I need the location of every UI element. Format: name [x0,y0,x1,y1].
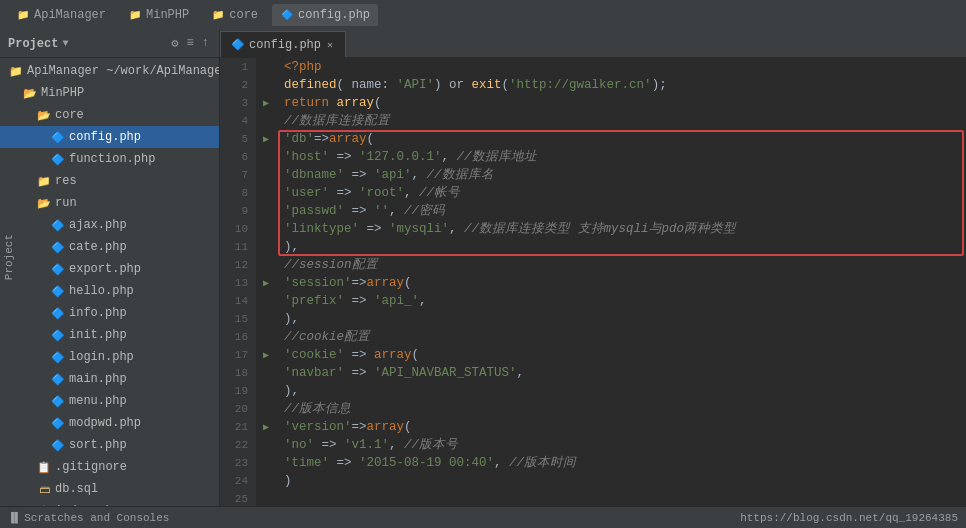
gutter-line-5: ▶ [256,130,276,148]
chevron-down-icon[interactable]: ▼ [62,38,68,49]
editor-tab-config[interactable]: 🔷 config.php ✕ [220,31,346,57]
tree-item-apimanager-root[interactable]: 📁ApiManager ~/work/ApiManager [0,60,219,82]
project-side-label[interactable]: Project [0,230,18,284]
tree-item-sort-php[interactable]: 🔷sort.php [0,434,219,456]
tree-item-modpwd-php[interactable]: 🔷modpwd.php [0,412,219,434]
tree-item-config-php[interactable]: 🔷config.php [0,126,219,148]
php-file-icon: 🔷 [50,371,66,387]
code-line-23: 'time' => '2015-08-19 00:40', //版本时间 [284,454,958,472]
tree-item-gitignore[interactable]: 📋.gitignore [0,456,219,478]
tab-core[interactable]: 📁 core [203,4,266,26]
tree-item-function-php[interactable]: 🔷function.php [0,148,219,170]
tree-item-init-php[interactable]: 🔷init.php [0,324,219,346]
up-icon[interactable]: ↑ [200,36,211,51]
gutter-line-21: ▶ [256,418,276,436]
line-number-13: 13 [220,274,256,292]
tree-item-main-php[interactable]: 🔷main.php [0,368,219,390]
bar-chart-icon: ▐▌ [8,512,21,524]
gutter-line-9 [256,202,276,220]
php-file-icon: 🔷 [50,305,66,321]
project-title: Project ▼ [8,37,68,51]
line-number-17: 17 [220,346,256,364]
code-line-10: 'linktype' => 'mysqli', //数据库连接类型 支持mysq… [284,220,958,238]
gutter-line-4 [256,112,276,130]
tree-item-res[interactable]: 📁res [0,170,219,192]
gutter-line-22 [256,436,276,454]
tab-config[interactable]: 🔷 config.php [272,4,378,26]
gutter-line-11 [256,238,276,256]
gear-icon[interactable]: ⚙ [169,36,180,51]
code-line-20: //版本信息 [284,400,958,418]
code-line-8: 'user' => 'root', //帐号 [284,184,958,202]
code-line-1: <?php [284,58,958,76]
code-line-4: //数据库连接配置 [284,112,958,130]
line-number-25: 25 [220,490,256,506]
gutter-line-20 [256,400,276,418]
project-title-text: Project [8,37,58,51]
php-file-icon: 🔷 [50,151,66,167]
gutter-line-6 [256,148,276,166]
tree-item-ajax-php[interactable]: 🔷ajax.php [0,214,219,236]
fold-arrow-icon[interactable]: ▶ [263,421,269,433]
fold-arrow-icon[interactable]: ▶ [263,133,269,145]
line-number-24: 24 [220,472,256,490]
gutter-line-7 [256,166,276,184]
tree-item-core[interactable]: 📂core [0,104,219,126]
scratches-label: Scratches and Consoles [24,512,169,524]
line-number-9: 9 [220,202,256,220]
code-line-19: ), [284,382,958,400]
line-number-20: 20 [220,400,256,418]
gutter-line-25 [256,490,276,506]
gutter-line-24 [256,472,276,490]
project-header: Project ▼ ⚙ ≡ ↑ [0,30,219,58]
fold-arrow-icon[interactable]: ▶ [263,349,269,361]
tree-item-hello-php[interactable]: 🔷hello.php [0,280,219,302]
tree-item-run[interactable]: 📂run [0,192,219,214]
tree-item-cate-php[interactable]: 🔷cate.php [0,236,219,258]
fold-arrow-icon[interactable]: ▶ [263,97,269,109]
tree-item-export-php[interactable]: 🔷export.php [0,258,219,280]
tab-apimanager[interactable]: 📁 ApiManager [8,4,114,26]
code-line-18: 'navbar' => 'API_NAVBAR_STATUS', [284,364,958,382]
gutter-line-17: ▶ [256,346,276,364]
line-number-16: 16 [220,328,256,346]
line-number-6: 6 [220,148,256,166]
tab-label: config.php [298,8,370,22]
line-number-23: 23 [220,454,256,472]
tree-item-menu-php[interactable]: 🔷menu.php [0,390,219,412]
gutter-line-19 [256,382,276,400]
gutter-line-10 [256,220,276,238]
tree-item-login-php[interactable]: 🔷login.php [0,346,219,368]
tree-item-db-sql[interactable]: 🗃db.sql [0,478,219,500]
tab-minphp[interactable]: 📁 MinPHP [120,4,197,26]
gutter-line-18 [256,364,276,382]
php-icon: 🔷 [231,38,245,51]
line-number-4: 4 [220,112,256,130]
line-number-14: 14 [220,292,256,310]
code-content[interactable]: <?phpdefined( name: 'API') or exit('http… [276,58,966,506]
close-icon[interactable]: ✕ [325,39,335,51]
gutter-line-1 [256,58,276,76]
fold-arrow-icon[interactable]: ▶ [263,277,269,289]
gutter-line-14 [256,292,276,310]
code-line-13: 'session'=>array( [284,274,958,292]
code-line-16: //cookie配置 [284,328,958,346]
tree-item-minphp[interactable]: 📂MinPHP [0,82,219,104]
gutter-line-3: ▶ [256,94,276,112]
line-number-12: 12 [220,256,256,274]
settings-icon[interactable]: ≡ [185,36,196,51]
code-line-9: 'passwd' => '', //密码 [284,202,958,220]
tree-item-info-php[interactable]: 🔷info.php [0,302,219,324]
line-number-5: 5 [220,130,256,148]
line-number-19: 19 [220,382,256,400]
status-item-scratches[interactable]: ▐▌ Scratches and Consoles [8,512,169,524]
gutter-line-15 [256,310,276,328]
code-line-14: 'prefix' => 'api_', [284,292,958,310]
tab-label: core [229,8,258,22]
status-left: ▐▌ Scratches and Consoles [8,512,169,524]
status-bar: ▐▌ Scratches and Consoles https://blog.c… [0,506,966,528]
php-file-icon: 🔷 [50,129,66,145]
tree-item-index-php[interactable]: 🔷index.php [0,500,219,506]
line-number-1: 1 [220,58,256,76]
project-panel: Project Project ▼ ⚙ ≡ ↑ 📁ApiManager ~/wo… [0,30,220,506]
